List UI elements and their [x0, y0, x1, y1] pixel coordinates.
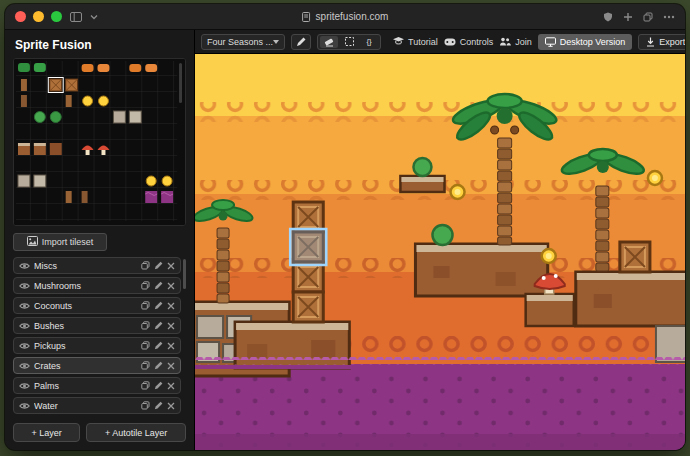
crate-single: [620, 242, 650, 272]
layer-actions: + Layer + Autotile Layer: [13, 423, 186, 442]
layer-visibility-icon[interactable]: [19, 402, 30, 410]
layer-edit-icon[interactable]: [154, 321, 163, 330]
controls-button[interactable]: Controls: [444, 37, 494, 47]
chevron-down-icon[interactable]: [90, 14, 98, 20]
tileset-palette[interactable]: [13, 58, 186, 226]
layer-duplicate-icon[interactable]: [141, 381, 150, 390]
layer-row[interactable]: Mushrooms: [13, 277, 181, 294]
chevron-down-icon: [273, 40, 279, 44]
layer-row[interactable]: Pickups: [13, 337, 181, 354]
tileset-selector-value: Four Seasons ...: [207, 37, 273, 47]
layer-edit-icon[interactable]: [154, 301, 163, 310]
layer-visibility-icon[interactable]: [19, 342, 30, 350]
platform-center: [415, 244, 547, 296]
url-text: spritefusion.com: [316, 11, 389, 22]
browser-window: spritefusion.com Sprite Fusion: [5, 4, 685, 450]
layer-visibility-icon[interactable]: [19, 302, 30, 310]
layer-name: Bushes: [34, 321, 137, 331]
layer-duplicate-icon[interactable]: [141, 341, 150, 350]
controls-label: Controls: [460, 37, 494, 47]
floating-ledge: [400, 176, 444, 192]
layer-visibility-icon[interactable]: [19, 382, 30, 390]
layer-edit-icon[interactable]: [154, 381, 163, 390]
layer-row[interactable]: Coconuts: [13, 297, 181, 314]
layer-delete-icon[interactable]: [167, 342, 175, 350]
tileset-grid: [14, 59, 185, 225]
import-tileset-button[interactable]: Import tileset: [13, 233, 107, 251]
layer-delete-icon[interactable]: [167, 382, 175, 390]
address-bar[interactable]: spritefusion.com: [302, 11, 389, 22]
bush: [413, 158, 431, 176]
more-icon[interactable]: [663, 15, 675, 19]
layer-delete-icon[interactable]: [167, 262, 175, 270]
dashed-square-icon: [344, 36, 355, 47]
tabs-icon[interactable]: [643, 12, 653, 22]
layer-edit-icon[interactable]: [154, 401, 163, 410]
add-layer-button[interactable]: + Layer: [13, 423, 80, 442]
palette-scrollbar[interactable]: [179, 63, 182, 103]
layers-scrollbar[interactable]: [183, 259, 186, 289]
layer-visibility-icon[interactable]: [19, 322, 30, 330]
layer-edit-icon[interactable]: [154, 261, 163, 270]
app-area: Sprite Fusion: [5, 30, 685, 450]
layer-row[interactable]: Bushes: [13, 317, 181, 334]
layer-duplicate-icon[interactable]: [141, 301, 150, 310]
desktop-version-button[interactable]: Desktop Version: [538, 34, 633, 50]
layer-duplicate-icon[interactable]: [141, 401, 150, 410]
image-icon: [27, 236, 38, 248]
layer-visibility-icon[interactable]: [19, 362, 30, 370]
tutorial-label: Tutorial: [408, 37, 438, 47]
layer-edit-icon[interactable]: [154, 281, 163, 290]
layer-row[interactable]: Crates: [13, 357, 181, 374]
minimize-window-button[interactable]: [33, 11, 44, 22]
maximize-window-button[interactable]: [51, 11, 62, 22]
layer-row[interactable]: Palms: [13, 377, 181, 394]
level-scene: [195, 54, 685, 450]
eraser-tool-button[interactable]: [320, 36, 338, 48]
plus-icon[interactable]: [623, 12, 633, 22]
tutorial-button[interactable]: Tutorial: [393, 37, 438, 47]
code-view-button[interactable]: {}: [360, 36, 378, 48]
layer-row[interactable]: Water: [13, 397, 181, 414]
layer-duplicate-icon[interactable]: [141, 321, 150, 330]
draw-tool-button[interactable]: [291, 34, 311, 50]
layer-name: Mushrooms: [34, 281, 137, 291]
close-window-button[interactable]: [15, 11, 26, 22]
layer-delete-icon[interactable]: [167, 302, 175, 310]
import-tileset-label: Import tileset: [42, 237, 94, 247]
layer-duplicate-icon[interactable]: [141, 261, 150, 270]
mushroom-ledge: [526, 294, 574, 326]
monitor-icon: [545, 37, 556, 47]
sidebar-toggle-icon[interactable]: [70, 12, 82, 22]
layer-edit-icon[interactable]: [154, 361, 163, 370]
water-crest: [195, 357, 685, 366]
layer-visibility-icon[interactable]: [19, 262, 30, 270]
page-icon: [302, 12, 311, 22]
desktop-version-label: Desktop Version: [560, 37, 626, 47]
join-label: Join: [515, 37, 532, 47]
layer-name: Pickups: [34, 341, 137, 351]
bush: [432, 225, 452, 245]
map-canvas[interactable]: [195, 54, 685, 450]
layer-visibility-icon[interactable]: [19, 282, 30, 290]
layer-duplicate-icon[interactable]: [141, 281, 150, 290]
layer-duplicate-icon[interactable]: [141, 361, 150, 370]
add-autotile-layer-button[interactable]: + Autotile Layer: [86, 423, 186, 442]
select-tool-button[interactable]: [340, 36, 358, 48]
layers-list: Miscs Mushrooms Coconuts: [13, 257, 186, 419]
layer-edit-icon[interactable]: [154, 341, 163, 350]
tileset-selector[interactable]: Four Seasons ...: [201, 34, 285, 50]
coin: [542, 249, 556, 263]
layer-name: Coconuts: [34, 301, 137, 311]
layer-delete-icon[interactable]: [167, 322, 175, 330]
layer-delete-icon[interactable]: [167, 402, 175, 410]
layer-delete-icon[interactable]: [167, 282, 175, 290]
braces-icon: {}: [366, 37, 371, 46]
layer-delete-icon[interactable]: [167, 362, 175, 370]
join-button[interactable]: Join: [499, 37, 532, 47]
tile-selection-highlight: [290, 229, 326, 265]
coin: [451, 185, 465, 199]
export-button[interactable]: Export: [638, 34, 685, 50]
layer-row[interactable]: Miscs: [13, 257, 181, 274]
shield-icon[interactable]: [603, 12, 613, 22]
